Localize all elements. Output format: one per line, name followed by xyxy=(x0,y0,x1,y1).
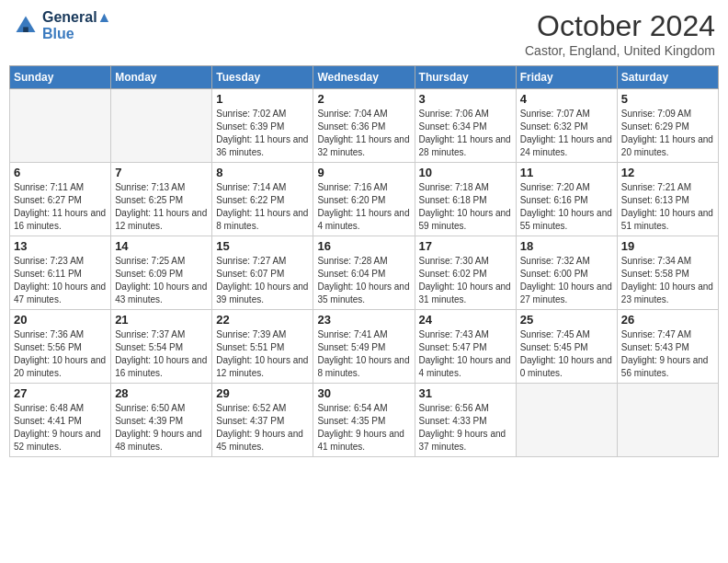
day-number: 27 xyxy=(14,386,107,400)
day-number: 30 xyxy=(317,386,410,400)
calendar-cell: 4Sunrise: 7:07 AMSunset: 6:32 PMDaylight… xyxy=(516,89,617,163)
day-number: 31 xyxy=(419,386,512,400)
day-info: Sunrise: 7:07 AMSunset: 6:32 PMDaylight:… xyxy=(520,108,613,159)
day-info: Sunrise: 7:32 AMSunset: 6:00 PMDaylight:… xyxy=(520,255,613,306)
day-info: Sunrise: 7:16 AMSunset: 6:20 PMDaylight:… xyxy=(317,181,410,233)
day-info: Sunrise: 7:41 AMSunset: 5:49 PMDaylight:… xyxy=(317,328,410,380)
day-info: Sunrise: 7:02 AMSunset: 6:39 PMDaylight:… xyxy=(216,108,309,159)
day-number: 10 xyxy=(419,166,512,179)
calendar-cell: 1Sunrise: 7:02 AMSunset: 6:39 PMDaylight… xyxy=(212,89,313,163)
logo: General▲ Blue xyxy=(13,9,111,42)
calendar-cell: 28Sunrise: 6:50 AMSunset: 4:39 PMDayligh… xyxy=(111,384,212,457)
calendar-cell: 20Sunrise: 7:36 AMSunset: 5:56 PMDayligh… xyxy=(10,310,111,384)
day-info: Sunrise: 7:25 AMSunset: 6:09 PMDaylight:… xyxy=(115,255,208,306)
day-info: Sunrise: 7:45 AMSunset: 5:45 PMDaylight:… xyxy=(520,328,613,380)
week-row-2: 6Sunrise: 7:11 AMSunset: 6:27 PMDaylight… xyxy=(10,163,719,236)
day-number: 13 xyxy=(14,239,107,253)
day-number: 29 xyxy=(216,386,309,400)
calendar-cell: 5Sunrise: 7:09 AMSunset: 6:29 PMDaylight… xyxy=(617,89,718,163)
day-number: 1 xyxy=(216,92,309,106)
day-header-sunday: Sunday xyxy=(10,66,111,89)
day-number: 9 xyxy=(317,166,410,179)
day-number: 22 xyxy=(216,313,309,327)
day-info: Sunrise: 6:54 AMSunset: 4:35 PMDaylight:… xyxy=(317,402,410,454)
calendar-cell xyxy=(111,89,212,163)
day-number: 4 xyxy=(520,92,613,106)
day-info: Sunrise: 7:20 AMSunset: 6:16 PMDaylight:… xyxy=(520,181,613,233)
calendar-cell: 19Sunrise: 7:34 AMSunset: 5:58 PMDayligh… xyxy=(617,236,718,310)
day-header-monday: Monday xyxy=(111,66,212,89)
day-number: 6 xyxy=(14,166,107,179)
day-info: Sunrise: 7:39 AMSunset: 5:51 PMDaylight:… xyxy=(216,328,309,380)
day-number: 12 xyxy=(621,166,714,179)
day-info: Sunrise: 7:27 AMSunset: 6:07 PMDaylight:… xyxy=(216,255,309,306)
day-number: 23 xyxy=(317,313,410,327)
day-number: 3 xyxy=(419,92,512,106)
day-header-friday: Friday xyxy=(516,66,617,89)
calendar-cell: 24Sunrise: 7:43 AMSunset: 5:47 PMDayligh… xyxy=(415,310,516,384)
calendar-cell: 10Sunrise: 7:18 AMSunset: 6:18 PMDayligh… xyxy=(415,163,516,236)
calendar-cell: 25Sunrise: 7:45 AMSunset: 5:45 PMDayligh… xyxy=(516,310,617,384)
calendar-cell: 27Sunrise: 6:48 AMSunset: 4:41 PMDayligh… xyxy=(10,384,111,457)
logo-icon xyxy=(13,13,39,39)
month-title: October 2024 xyxy=(525,9,715,43)
day-number: 14 xyxy=(115,239,208,253)
day-info: Sunrise: 6:56 AMSunset: 4:33 PMDaylight:… xyxy=(419,402,512,454)
calendar-cell xyxy=(617,384,718,457)
day-number: 25 xyxy=(520,313,613,327)
calendar-cell: 16Sunrise: 7:28 AMSunset: 6:04 PMDayligh… xyxy=(313,236,415,310)
day-header-tuesday: Tuesday xyxy=(212,66,313,89)
calendar-cell: 6Sunrise: 7:11 AMSunset: 6:27 PMDaylight… xyxy=(10,163,111,236)
week-row-1: 1Sunrise: 7:02 AMSunset: 6:39 PMDaylight… xyxy=(10,89,719,163)
day-number: 20 xyxy=(14,313,107,327)
day-info: Sunrise: 7:18 AMSunset: 6:18 PMDaylight:… xyxy=(419,181,512,233)
day-number: 5 xyxy=(621,92,714,106)
day-number: 16 xyxy=(317,239,410,253)
day-info: Sunrise: 7:47 AMSunset: 5:43 PMDaylight:… xyxy=(621,328,714,380)
calendar-cell: 17Sunrise: 7:30 AMSunset: 6:02 PMDayligh… xyxy=(415,236,516,310)
calendar-cell xyxy=(516,384,617,457)
day-number: 19 xyxy=(621,239,714,253)
day-number: 28 xyxy=(115,386,208,400)
day-header-thursday: Thursday xyxy=(415,66,516,89)
day-info: Sunrise: 7:21 AMSunset: 6:13 PMDaylight:… xyxy=(621,181,714,233)
calendar-cell: 8Sunrise: 7:14 AMSunset: 6:22 PMDaylight… xyxy=(212,163,313,236)
day-header-wednesday: Wednesday xyxy=(313,66,415,89)
calendar-cell: 29Sunrise: 6:52 AMSunset: 4:37 PMDayligh… xyxy=(212,384,313,457)
day-number: 26 xyxy=(621,313,714,327)
location: Castor, England, United Kingdom xyxy=(525,43,715,58)
day-info: Sunrise: 7:23 AMSunset: 6:11 PMDaylight:… xyxy=(14,255,107,306)
day-info: Sunrise: 7:13 AMSunset: 6:25 PMDaylight:… xyxy=(115,181,208,233)
day-info: Sunrise: 7:30 AMSunset: 6:02 PMDaylight:… xyxy=(419,255,512,306)
logo-text: General▲ Blue xyxy=(42,9,111,42)
svg-rect-1 xyxy=(23,27,28,32)
calendar-cell: 18Sunrise: 7:32 AMSunset: 6:00 PMDayligh… xyxy=(516,236,617,310)
week-row-3: 13Sunrise: 7:23 AMSunset: 6:11 PMDayligh… xyxy=(10,236,719,310)
day-info: Sunrise: 6:52 AMSunset: 4:37 PMDaylight:… xyxy=(216,402,309,454)
page-header: General▲ Blue October 2024 Castor, Engla… xyxy=(9,9,719,58)
calendar-cell: 2Sunrise: 7:04 AMSunset: 6:36 PMDaylight… xyxy=(313,89,415,163)
calendar-cell: 13Sunrise: 7:23 AMSunset: 6:11 PMDayligh… xyxy=(10,236,111,310)
calendar-cell: 9Sunrise: 7:16 AMSunset: 6:20 PMDaylight… xyxy=(313,163,415,236)
day-info: Sunrise: 7:04 AMSunset: 6:36 PMDaylight:… xyxy=(317,108,410,159)
calendar-cell: 26Sunrise: 7:47 AMSunset: 5:43 PMDayligh… xyxy=(617,310,718,384)
day-number: 21 xyxy=(115,313,208,327)
calendar-cell: 15Sunrise: 7:27 AMSunset: 6:07 PMDayligh… xyxy=(212,236,313,310)
calendar-cell: 14Sunrise: 7:25 AMSunset: 6:09 PMDayligh… xyxy=(111,236,212,310)
day-info: Sunrise: 7:37 AMSunset: 5:54 PMDaylight:… xyxy=(115,328,208,380)
day-info: Sunrise: 6:48 AMSunset: 4:41 PMDaylight:… xyxy=(14,402,107,454)
day-info: Sunrise: 7:34 AMSunset: 5:58 PMDaylight:… xyxy=(621,255,714,306)
day-info: Sunrise: 7:11 AMSunset: 6:27 PMDaylight:… xyxy=(14,181,107,233)
calendar-cell: 21Sunrise: 7:37 AMSunset: 5:54 PMDayligh… xyxy=(111,310,212,384)
title-block: October 2024 Castor, England, United Kin… xyxy=(525,9,715,58)
day-header-saturday: Saturday xyxy=(617,66,718,89)
header-row: SundayMondayTuesdayWednesdayThursdayFrid… xyxy=(10,66,719,89)
day-number: 11 xyxy=(520,166,613,179)
calendar-cell: 7Sunrise: 7:13 AMSunset: 6:25 PMDaylight… xyxy=(111,163,212,236)
day-info: Sunrise: 7:43 AMSunset: 5:47 PMDaylight:… xyxy=(419,328,512,380)
day-info: Sunrise: 6:50 AMSunset: 4:39 PMDaylight:… xyxy=(115,402,208,454)
calendar-table: SundayMondayTuesdayWednesdayThursdayFrid… xyxy=(9,65,719,457)
calendar-cell: 12Sunrise: 7:21 AMSunset: 6:13 PMDayligh… xyxy=(617,163,718,236)
calendar-cell: 11Sunrise: 7:20 AMSunset: 6:16 PMDayligh… xyxy=(516,163,617,236)
calendar-cell: 3Sunrise: 7:06 AMSunset: 6:34 PMDaylight… xyxy=(415,89,516,163)
